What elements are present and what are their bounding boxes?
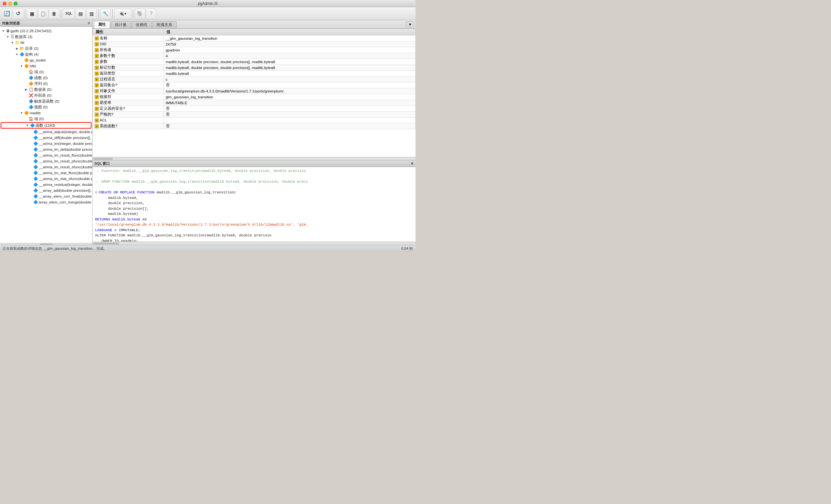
sql-hscrollbar[interactable] bbox=[92, 242, 416, 245]
tree-toggle-databases[interactable]: ▼ bbox=[6, 35, 10, 39]
tree-toggle-server[interactable]: ▼ bbox=[1, 29, 5, 33]
tree-item-hffd-tables[interactable]: ▶ 📋 数据表 (5) bbox=[0, 87, 92, 92]
table-row[interactable]: Y返回集合?否 bbox=[93, 82, 416, 88]
list-item[interactable]: 🔷 __arima_lm_stat_sfunc(double precision… bbox=[0, 176, 92, 182]
tab-dependents[interactable]: 附属关系 bbox=[152, 21, 176, 28]
list-item[interactable]: 🔷 array_elem_corr_merge(double precision… bbox=[0, 199, 92, 205]
tree-toggle-schema[interactable]: ▼ bbox=[15, 52, 19, 56]
tree-toggle-madlib-functions[interactable]: ▼ bbox=[25, 123, 29, 127]
tree-scrollthumb[interactable] bbox=[40, 243, 53, 245]
tree-item-hffd-functions[interactable]: ▶ 🔷 函数 (0) bbox=[0, 75, 92, 81]
list-item[interactable]: 🔷 __arima_lm_result_ffunc(double precisi… bbox=[0, 152, 92, 158]
table-row[interactable]: Y严格的?否 bbox=[93, 112, 416, 118]
sql-line: RETURNS madlib.bytea8 AS bbox=[95, 217, 413, 223]
toolbar-props-button[interactable]: 🔧 bbox=[100, 8, 111, 19]
tree-item-hffd-views[interactable]: ▶ 🔷 视图 (0) bbox=[0, 104, 92, 110]
toolbar-refresh2-button[interactable]: ↺ bbox=[13, 8, 23, 19]
prop-value: /usr/local/greenplum-db-4.3.3.0/madlib/V… bbox=[164, 88, 415, 94]
list-item[interactable]: 🔷 __array_elem_corr_final(double precisi… bbox=[0, 194, 92, 199]
list-item[interactable]: 🔷 __arima_adjust(integer, double precisi… bbox=[0, 129, 92, 135]
table-row[interactable]: Y易变率IMMUTABLE bbox=[93, 100, 416, 106]
tree-item-catalog[interactable]: ▶ 📂 目录 (2) bbox=[0, 46, 92, 52]
toolbar-list-button[interactable]: 📋 bbox=[38, 8, 48, 19]
table-row[interactable]: Y所有者gpadmin bbox=[93, 47, 416, 53]
table-row[interactable]: Y对象文件/usr/local/greenplum-db-4.3.3.0/mad… bbox=[93, 88, 416, 94]
tree-toggle-hffd-tables[interactable]: ▶ bbox=[24, 88, 28, 91]
tab-dropdown-button[interactable]: ▼ bbox=[406, 22, 414, 27]
prop-icon: Y bbox=[95, 42, 99, 46]
tree-item-fitl[interactable]: ▼ 📁 fitl bbox=[0, 40, 92, 46]
close-button[interactable] bbox=[3, 2, 6, 5]
tab-properties[interactable]: 属性 bbox=[94, 21, 110, 28]
toolbar-refresh1-button[interactable]: 🔄 bbox=[2, 8, 12, 19]
list-icon: 📋 bbox=[40, 11, 46, 16]
maximize-button[interactable] bbox=[14, 2, 18, 5]
table-row[interactable]: Y返回类型madlib.bytea8 bbox=[93, 71, 416, 77]
tree-label-gptoolkit: gp_toolkit bbox=[30, 58, 46, 62]
hffd-domain-icon: 🏠 bbox=[29, 70, 33, 74]
toolbar-table-button[interactable]: ▦ bbox=[27, 8, 37, 19]
list-item[interactable]: 🔷 __arima_lm(integer, double precision[]… bbox=[0, 141, 92, 147]
tree-toggle-hffd[interactable]: ▼ bbox=[20, 64, 24, 68]
toolbar-help-button[interactable]: ? bbox=[146, 8, 156, 19]
list-item[interactable]: 🔷 __arima_lm_result_pfunc(double precisi… bbox=[0, 158, 92, 164]
sql-line: ⊟CREATE OR REPLACE FUNCTION madlib.__glm… bbox=[95, 190, 413, 195]
table-row[interactable]: Y过程语言c bbox=[93, 77, 416, 82]
table-row[interactable]: Y参数madlib.bytea8, double precision, doub… bbox=[93, 59, 416, 65]
table-row[interactable]: Y定义器的安全?否 bbox=[93, 106, 416, 112]
sql-fold-icon[interactable]: ⊟ bbox=[95, 190, 97, 195]
props-hscrollthumb[interactable] bbox=[93, 158, 113, 160]
table-row[interactable]: Y标记引数madlib.bytea8, double precision, do… bbox=[93, 65, 416, 71]
toolbar-grid2-button[interactable]: ▥ bbox=[86, 8, 97, 19]
tree-toggle-catalog[interactable]: ▶ bbox=[15, 47, 19, 51]
tree-scrollbar[interactable] bbox=[0, 243, 92, 245]
toolbar-delete-button[interactable]: 🗑 bbox=[49, 8, 59, 19]
tree-label-madlib: madlib bbox=[30, 111, 41, 115]
list-item[interactable]: 🔷 __arima_diff(double precision[], integ… bbox=[0, 135, 92, 141]
list-item[interactable]: 🔷 __arima_residual(integer, double preci… bbox=[0, 182, 92, 187]
tree-item-gptoolkit[interactable]: ▶ 🔶 gp_toolkit bbox=[0, 57, 92, 63]
tree-item-madlib-functions[interactable]: ▼ 🔷 函数 (1183) bbox=[1, 122, 91, 128]
f8-label: __arima_lm_stat_ffunc(double precision[]… bbox=[39, 171, 92, 175]
table-row[interactable]: Y名称__glm_gaussian_log_transition bbox=[93, 35, 416, 41]
object-tree[interactable]: ▼ 🖥 gpdb (10.2.28.234:5432) ▼ 🗄 数据库 (3) … bbox=[0, 27, 92, 243]
toolbar-plugin-button[interactable]: 🔌 ▼ bbox=[114, 8, 131, 19]
table-row[interactable]: YACL bbox=[93, 118, 416, 123]
server-icon: 🖥 bbox=[6, 29, 10, 33]
tree-item-madlib-domain[interactable]: ▶ 🏠 域 (0) bbox=[0, 116, 92, 122]
table-row[interactable]: YOID24759 bbox=[93, 41, 416, 47]
tab-statistics[interactable]: 统计量 bbox=[111, 21, 131, 28]
list-item[interactable]: 🔷 __array_add(double precision[], double… bbox=[0, 187, 92, 194]
tree-item-schema[interactable]: ▼ 🔷 架构 (4) bbox=[0, 52, 92, 57]
toolbar-elephant-button[interactable]: 🐘 bbox=[135, 8, 145, 19]
tree-item-server[interactable]: ▼ 🖥 gpdb (10.2.28.234:5432) bbox=[0, 28, 92, 34]
tree-item-hffd-ext[interactable]: ▶ ❌ 外部表 (0) bbox=[0, 92, 92, 98]
sql-hscrollthumb[interactable] bbox=[93, 242, 119, 244]
toolbar-sql-button[interactable]: SQL bbox=[63, 8, 75, 19]
tree-item-madlib[interactable]: ▼ 🔶 madlib bbox=[0, 110, 92, 116]
f5-icon: 🔷 bbox=[33, 153, 38, 157]
list-item[interactable]: 🔷 __arima_lm_result_sfunc(double precisi… bbox=[0, 164, 92, 170]
table-row[interactable]: Y链接符glm_gaussian_log_transition bbox=[93, 94, 416, 100]
sql-line: OWNER TO gpadmin; bbox=[95, 238, 413, 242]
panel-close-button[interactable]: ✕ bbox=[87, 21, 90, 25]
list-item[interactable]: 🔷 __arima_lm_delta(double precision[], d… bbox=[0, 147, 92, 152]
table-row[interactable]: Y参数个数4 bbox=[93, 53, 416, 59]
tree-item-hffd-domain[interactable]: ▶ 🏠 域 (0) bbox=[0, 69, 92, 75]
prop-value bbox=[164, 118, 415, 123]
props-hscrollbar[interactable] bbox=[92, 157, 416, 160]
tree-item-databases[interactable]: ▼ 🗄 数据库 (3) bbox=[0, 34, 92, 40]
tree-toggle-madlib[interactable]: ▼ bbox=[20, 111, 24, 115]
tree-item-hffd-trigger[interactable]: ▶ 🔷 触发器函数 (0) bbox=[0, 98, 92, 104]
list-item[interactable]: 🔷 __arima_lm_stat_ffunc(double precision… bbox=[0, 170, 92, 176]
minimize-button[interactable] bbox=[8, 2, 12, 5]
table-row[interactable]: Y系统函数?否 bbox=[93, 123, 416, 129]
tab-dependencies[interactable]: 依赖性 bbox=[132, 21, 152, 28]
sql-panel-close-button[interactable]: ✕ bbox=[411, 161, 413, 166]
toolbar-grid1-button[interactable]: ▤ bbox=[75, 8, 86, 19]
tree-toggle-fitl[interactable]: ▼ bbox=[10, 41, 14, 45]
tree-item-hffd[interactable]: ▼ 🔶 hffd bbox=[0, 63, 92, 69]
tree-item-hffd-sequences[interactable]: ▶ 🔶 序列 (0) bbox=[0, 81, 92, 87]
object-browser-title: 对象浏览器 bbox=[2, 21, 20, 26]
sql-content[interactable]: -- Function: madlib.__glm_gaussian_log_t… bbox=[92, 167, 416, 242]
